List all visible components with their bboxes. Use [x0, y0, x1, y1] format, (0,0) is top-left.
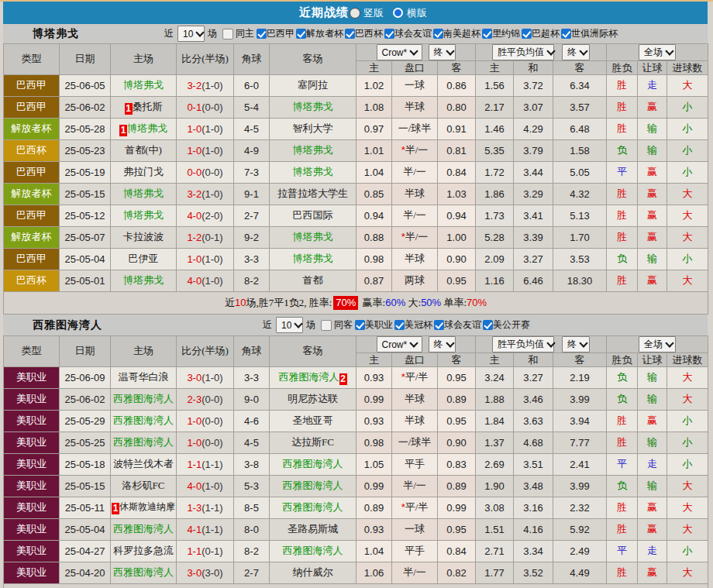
match-count-select[interactable]: 10 [276, 317, 303, 333]
col-type: 类型 [4, 44, 60, 75]
same-venue-checkbox[interactable] [222, 29, 233, 40]
result-goals: 大 [667, 74, 708, 96]
chevron-down-icon [410, 339, 418, 347]
score: 1-0(0-0) [177, 410, 234, 432]
match-type: 巴西甲 [4, 248, 60, 270]
home-team-name: 博塔弗戈 [123, 79, 164, 91]
scope-select[interactable]: 全场 [639, 44, 676, 60]
avg-draw: 3.48 [514, 475, 553, 497]
summary-text: 单率: [441, 297, 467, 308]
scope-select[interactable]: 全场 [639, 336, 676, 352]
match-count-select[interactable]: 10 [177, 26, 205, 42]
home-team-name: 西雅图海湾人 [113, 523, 174, 535]
col-type: 类型 [4, 336, 60, 367]
corner-score: 3-3 [234, 366, 270, 388]
odds-company-select[interactable]: Crow* [377, 44, 422, 60]
handicap-text: 半球 [405, 414, 425, 426]
away-team-name: 西雅图海湾人 [279, 371, 339, 383]
avg-select-row: 胜平负均值终 [476, 44, 606, 60]
odds-home: 1.04 [356, 540, 392, 562]
avg-away: 6.48 [553, 118, 607, 139]
competition-checkbox[interactable] [561, 29, 571, 39]
odds-company-select[interactable]: Crow* [377, 336, 422, 352]
odds-group-header: Crow*终 [356, 44, 476, 61]
avg-away: 2.19 [553, 366, 607, 388]
page: 近期战绩 竖版 横版 博塔弗戈近10场同主巴西甲解放者杯巴西杯球会友谊南美超杯里… [0, 0, 713, 588]
away-team: 拉普拉塔大学生 [270, 183, 356, 205]
match-date: 25-05-19 [60, 161, 111, 183]
odds-away: 0.94 [438, 205, 476, 226]
results-table: 类型日期主场比分(半场)角球客场Crow*终胜平负均值终全场主盘口客主和客胜负让… [3, 335, 708, 588]
competition-checkbox[interactable] [522, 29, 532, 39]
result-outcome: 平 [607, 540, 638, 562]
match-row: 美职业25-04-20西雅图海湾人3-0(3-0)2-7纳什威尔1.06半/一0… [4, 562, 708, 583]
competition-checkbox[interactable] [482, 29, 492, 39]
result-sub-0: 胜负 [607, 61, 638, 75]
odds-final-select[interactable]: 终 [429, 44, 456, 60]
home-team-name: 西雅图海湾人 [113, 566, 174, 578]
odds-handicap: *平/半 [392, 497, 438, 518]
same-venue-checkbox[interactable] [321, 320, 332, 331]
odds-away: 1.00 [438, 226, 476, 248]
avg-away: 2.32 [553, 497, 607, 518]
team-name: 博塔弗戈 [33, 27, 79, 41]
away-team: 巴西国际 [270, 205, 356, 226]
competition-label: 解放者杯 [306, 27, 343, 40]
away-team-name: 博塔弗戈 [293, 144, 333, 156]
competition-checkbox[interactable] [296, 29, 306, 39]
avg-name-select[interactable]: 胜平负均值 [492, 44, 554, 60]
match-type: 巴西甲 [4, 161, 60, 183]
avg-home: 1.84 [476, 410, 514, 432]
result-goals: 小 [667, 161, 708, 183]
competition-checkbox[interactable] [483, 320, 493, 330]
competition-checkbox[interactable] [355, 320, 365, 330]
avg-away: 5.92 [553, 518, 607, 540]
odds-final-select[interactable]: 终 [429, 336, 456, 352]
title-cluster: 近期战绩 竖版 横版 [299, 5, 427, 20]
radio-horizontal-layout[interactable] [393, 8, 403, 18]
odds-home: 0.93 [356, 410, 392, 432]
odds-away: 0.84 [438, 540, 476, 562]
chevron-down-icon [665, 46, 673, 55]
competition-checkbox[interactable] [434, 320, 444, 330]
competition-checkbox[interactable] [394, 320, 405, 330]
radio-vertical-label[interactable]: 竖版 [363, 6, 384, 20]
radio-vertical-layout[interactable] [350, 8, 360, 19]
odds-away: 0.95 [438, 410, 476, 432]
col-corner: 角球 [234, 336, 270, 367]
avg-away: 5.05 [553, 161, 607, 183]
avg-away: 2.41 [553, 453, 607, 475]
result-handicap: 输 [638, 388, 667, 410]
competition-checkbox[interactable] [345, 29, 355, 39]
avg-group-header: 胜平负均值终 [476, 44, 607, 61]
summary-cell: 近10场,胜7平1负2, 胜率:70% 赢率:60% 大:50% 单率:70% [4, 291, 708, 314]
result-handicap: 赢 [638, 410, 667, 432]
result-outcome: 负 [607, 248, 638, 270]
competition-checkbox[interactable] [433, 29, 443, 39]
home-team-name: 博塔弗戈 [123, 209, 164, 221]
avg-final-select[interactable]: 终 [562, 336, 590, 352]
odds-handicap: 半球 [392, 96, 438, 118]
summary-text: 近 [225, 297, 235, 308]
odds-away: 0.86 [438, 74, 476, 96]
home-team: 西雅图海湾人 [111, 432, 177, 453]
result-outcome: 胜 [607, 74, 638, 96]
radio-horizontal-label[interactable]: 横版 [407, 6, 427, 20]
competition-checkbox[interactable] [257, 29, 267, 39]
avg-name-select[interactable]: 胜平负均值 [492, 336, 554, 352]
result-handicap: 输 [638, 118, 667, 139]
avg-final-select[interactable]: 终 [562, 44, 590, 60]
match-type: 美职业 [4, 410, 60, 432]
competition-checkbox[interactable] [384, 29, 394, 39]
match-row: 解放者杯25-05-281博塔弗戈1-0(1-0)4-5智利大学0.97一/球半… [4, 118, 708, 139]
handicap-text: 平手 [405, 458, 425, 469]
result-outcome: 平 [607, 453, 638, 475]
table-header-row-groups: 类型日期主场比分(半场)角球客场Crow*终胜平负均值终全场 [4, 336, 708, 353]
result-goals: 大 [667, 366, 708, 388]
match-type: 巴西甲 [4, 96, 60, 118]
halftime-score: (1-0) [202, 275, 222, 287]
avg-final-select-value: 终 [567, 338, 577, 351]
result-outcome: 胜 [607, 226, 638, 248]
corner-score: 9-0 [234, 388, 270, 410]
home-team-name: 西雅图海湾人 [113, 393, 174, 404]
